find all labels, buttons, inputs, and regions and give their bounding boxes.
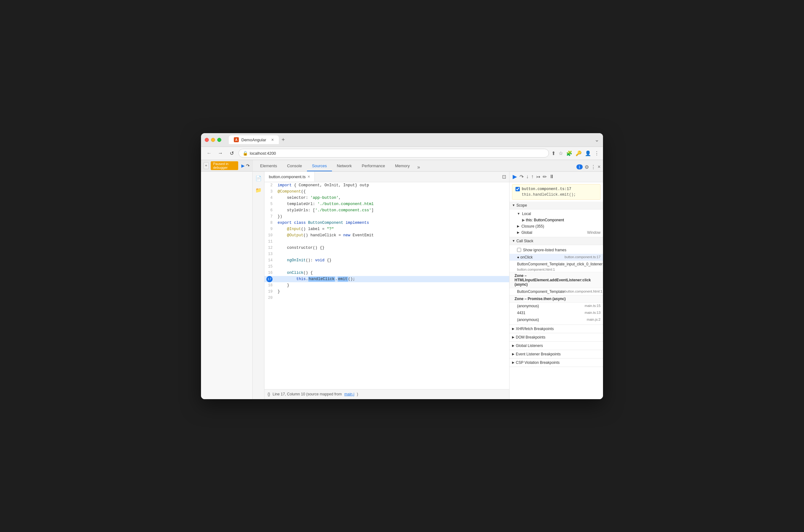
- extensions-icon[interactable]: 🧩: [566, 150, 572, 156]
- devtools-container: + Paused in debugger ▶ ↷ Elements Consol…: [201, 160, 603, 399]
- line-content-17: this.handleClick.emit();: [276, 276, 509, 282]
- step-out-button[interactable]: ↑: [531, 174, 534, 179]
- maximize-window-button[interactable]: [217, 138, 221, 142]
- url-text: localhost:4200: [250, 151, 276, 156]
- code-editor-more[interactable]: ⊡: [499, 172, 509, 182]
- browser-window: A DemoAngular × + ⌄ ← → ↺ 🔒 localhost:42…: [201, 133, 603, 399]
- code-file-tab[interactable]: button.component.ts ×: [265, 172, 315, 182]
- bookmark-icon[interactable]: ☆: [559, 150, 563, 156]
- cs-anon1[interactable]: (anonymous) main.ts:15: [510, 303, 603, 309]
- tab-sources[interactable]: Sources: [307, 161, 332, 171]
- call-stack-label: Call Stack: [516, 239, 533, 243]
- scope-label: Scope: [516, 203, 527, 208]
- call-stack-onclick[interactable]: ● onClick button.component.ts:17: [510, 254, 603, 261]
- new-tab-button[interactable]: +: [279, 135, 288, 144]
- call-stack-section-header[interactable]: ▼ Call Stack: [510, 237, 603, 245]
- code-tab-close-button[interactable]: ×: [308, 174, 310, 179]
- file-nav-icon[interactable]: 📄: [254, 174, 263, 183]
- csp-section[interactable]: ▶ CSP Violation Breakpoints: [510, 359, 603, 367]
- local-scope-item[interactable]: ▼ Local: [510, 211, 603, 217]
- cs-zone1-item[interactable]: ButtonComponent_Template button.componen…: [510, 288, 603, 295]
- devtools-right-controls: 1 ⚙ ⋮ ×: [576, 164, 600, 171]
- line-content-18: }: [276, 282, 509, 288]
- line-num-2: 2: [265, 182, 276, 189]
- global-label: Global: [521, 230, 532, 235]
- step-button[interactable]: ↣: [536, 174, 540, 180]
- global-scope-item[interactable]: ▶ Global Window: [510, 229, 603, 236]
- address-bar[interactable]: 🔒 localhost:4200: [238, 149, 549, 157]
- event-listener-section[interactable]: ▶ Event Listener Breakpoints: [510, 350, 603, 359]
- line-content-3: @Component({: [276, 189, 509, 195]
- line-num-6: 6: [265, 207, 276, 213]
- tab-performance[interactable]: Performance: [357, 161, 390, 171]
- source-map-link[interactable]: main.j: [344, 392, 354, 396]
- line-content-4: selector: 'app-button',: [276, 195, 509, 201]
- line-content-20: [276, 295, 509, 301]
- forward-button[interactable]: →: [216, 149, 225, 157]
- ignore-frames-checkbox[interactable]: [517, 248, 521, 252]
- tab-close-button[interactable]: ×: [271, 137, 274, 142]
- closure-scope-item[interactable]: ▶ Closure (355): [510, 223, 603, 229]
- line-content-10: @Output() handleClick = new EventEmit: [276, 232, 509, 239]
- cs-4431-name: 4431: [517, 311, 525, 315]
- code-area[interactable]: 2 import { Component, OnInit, Input} out…: [265, 182, 509, 389]
- resume-button[interactable]: ▶: [241, 163, 245, 168]
- code-line-9: 9 @Input() label = "?": [265, 226, 509, 232]
- step-into-button[interactable]: ↓: [526, 174, 529, 179]
- pause-on-exceptions-button[interactable]: ⏸: [549, 174, 554, 179]
- footer-end: ): [357, 392, 358, 396]
- local-arrow: ▼: [517, 212, 520, 215]
- add-button[interactable]: +: [204, 162, 209, 169]
- reload-button[interactable]: ↺: [227, 149, 236, 157]
- deactivate-breakpoints-button[interactable]: ✏: [543, 174, 547, 180]
- more-tabs-button[interactable]: »: [415, 163, 423, 171]
- close-devtools-button[interactable]: ×: [598, 164, 600, 170]
- close-window-button[interactable]: [205, 138, 209, 142]
- step-over-button[interactable]: ↷: [246, 163, 250, 168]
- more-options-icon[interactable]: ⋮: [591, 164, 596, 170]
- profile-icon[interactable]: 👤: [585, 150, 591, 156]
- xhr-label: XHR/fetch Breakpoints: [516, 327, 554, 331]
- global-listeners-section[interactable]: ▶ Global Listeners: [510, 342, 603, 350]
- cs-template-source: button.component.html:1: [510, 268, 603, 272]
- tab-end-controls[interactable]: ⌄: [595, 136, 599, 143]
- cs-anon2[interactable]: (anonymous) main.js:2: [510, 316, 603, 323]
- this-item[interactable]: ▶ this: ButtonComponent: [510, 217, 603, 223]
- nav-icons-right: ⬆ ☆ 🧩 🔑 👤 ⋮: [551, 150, 599, 156]
- cs-4431[interactable]: 4431 main.ts:13: [510, 309, 603, 316]
- browser-tab[interactable]: A DemoAngular ×: [229, 135, 279, 144]
- password-icon[interactable]: 🔑: [575, 150, 582, 156]
- dom-breakpoints-section[interactable]: ▶ DOM Breakpoints: [510, 333, 603, 342]
- tab-memory[interactable]: Memory: [390, 161, 415, 171]
- step-over-debug-button[interactable]: ↷: [519, 174, 523, 180]
- back-button[interactable]: ←: [205, 149, 213, 157]
- scope-section-header[interactable]: ▼ Scope: [510, 202, 603, 209]
- file-nav-panel: 📄 📁: [253, 172, 265, 399]
- call-stack-template-listener[interactable]: ButtonComponent_Template_input_click_0_l…: [510, 261, 603, 268]
- line-content-8: export class ButtonComponent implements: [276, 220, 509, 226]
- code-line-20: 20: [265, 295, 509, 301]
- line-content-14: ngOnInit(): void {}: [276, 257, 509, 264]
- more-icon[interactable]: ⋮: [594, 150, 599, 156]
- tab-network[interactable]: Network: [332, 161, 357, 171]
- xhr-breakpoints-section[interactable]: ▶ XHR/fetch Breakpoints: [510, 325, 603, 333]
- tab-console[interactable]: Console: [282, 161, 307, 171]
- tab-elements[interactable]: Elements: [255, 161, 282, 171]
- settings-icon[interactable]: ⚙: [585, 164, 589, 170]
- cs-zone1-source: button.component.html:1: [564, 289, 602, 294]
- resume-debug-button[interactable]: ▶: [513, 173, 517, 180]
- code-line-7: 7 }): [265, 213, 509, 220]
- code-line-6: 6 styleUrls: ['./button.component.css']: [265, 207, 509, 213]
- left-panel: + Paused in debugger ▶ ↷: [201, 160, 253, 399]
- breakpoint-checkbox[interactable]: [515, 187, 520, 191]
- filesystem-icon[interactable]: 📁: [254, 186, 263, 195]
- cs-onclick-name: ● onClick: [517, 255, 533, 260]
- line-content-11: [276, 239, 509, 245]
- local-label: Local: [522, 212, 531, 216]
- minimize-window-button[interactable]: [211, 138, 215, 142]
- share-icon[interactable]: ⬆: [551, 150, 555, 156]
- line-num-12: 12: [265, 245, 276, 251]
- format-icon[interactable]: {}: [268, 392, 270, 396]
- devtools-main: Elements Console Sources Network Perform…: [253, 160, 603, 399]
- code-tabs: button.component.ts × ⊡: [265, 172, 509, 182]
